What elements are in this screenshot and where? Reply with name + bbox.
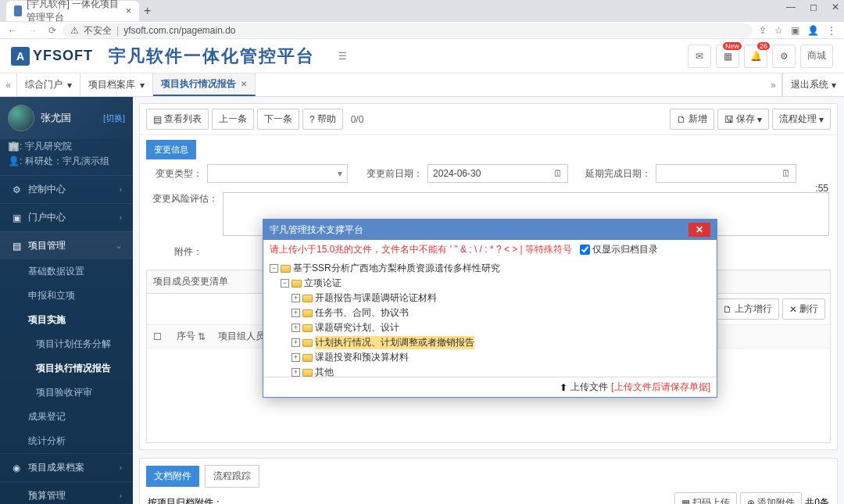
avatar[interactable] — [8, 105, 34, 131]
upload-file-link[interactable]: 上传文件 — [570, 381, 608, 394]
browser-tab[interactable]: [宇凡软件] 一体化项目管理平台 × — [6, 1, 139, 21]
tab-flow-track[interactable]: 流程跟踪 — [205, 465, 259, 488]
calendar-button[interactable]: ▦New — [716, 45, 739, 68]
tree-node[interactable]: +课题投资和预决算材料 — [270, 350, 710, 365]
close-icon[interactable]: ✕ — [241, 80, 247, 88]
finish-date-input[interactable]: 🗓 — [656, 164, 796, 183]
tab-doc-attach[interactable]: 文档附件 — [146, 466, 199, 487]
notification-button[interactable]: 🔔26 — [744, 45, 767, 68]
tree-node[interactable]: +其他 — [270, 365, 710, 377]
delete-row-button[interactable]: ✕ 删行 — [782, 298, 825, 320]
expand-icon[interactable]: + — [291, 368, 300, 377]
sidebar-item-accept[interactable]: 项目验收评审 — [0, 381, 133, 405]
close-icon[interactable]: × — [126, 5, 131, 16]
expand-icon[interactable]: + — [291, 323, 300, 332]
next-button[interactable]: 下一条 — [257, 109, 299, 130]
menu-icon[interactable]: ⋮ — [827, 25, 836, 36]
sidebar-item-stats[interactable]: 统计分析 — [0, 429, 133, 453]
date-before-input[interactable]: 2024-06-30🗓 — [427, 164, 568, 183]
sidebar-item-project[interactable]: ▤项目管理⌄ — [0, 231, 133, 259]
new-badge: New — [723, 42, 742, 50]
settings-button[interactable]: ⚙ — [772, 45, 796, 68]
tab-archive[interactable]: 项目档案库▾ — [80, 73, 153, 96]
maximize-icon[interactable]: ◻ — [810, 2, 817, 13]
extension-icon[interactable]: ▣ — [791, 25, 799, 36]
url-input[interactable]: ⚠ 不安全 | yfsoft.com.cn/pagemain.do — [63, 23, 753, 38]
reload-icon[interactable]: ⟳ — [48, 25, 56, 36]
chevron-right-icon: › — [120, 185, 122, 194]
tabs-scroll-right[interactable]: » — [765, 73, 782, 96]
switch-user[interactable]: [切换] — [103, 113, 125, 124]
expand-icon[interactable]: + — [291, 353, 300, 362]
minimize-icon[interactable]: — — [786, 2, 796, 13]
prev-button[interactable]: 上一条 — [212, 109, 254, 130]
calendar-icon: ▦ — [724, 51, 732, 62]
new-tab-button[interactable]: + — [144, 4, 151, 18]
sidebar-item-archive[interactable]: ◉项目成果档案› — [0, 453, 133, 481]
change-type-select[interactable]: ▾ — [207, 164, 348, 183]
grid-icon: ▣ — [11, 213, 22, 223]
mall-button[interactable]: 商城 — [800, 45, 833, 68]
profile-icon[interactable]: 👤 — [807, 25, 819, 36]
tree-node[interactable]: +课题研究计划、设计 — [270, 320, 710, 335]
message-button[interactable]: ✉ — [688, 45, 711, 68]
sidebar-item-exec-report[interactable]: 项目执行情况报告 — [0, 356, 133, 381]
col-seq[interactable]: 序号 ⇅ — [170, 325, 212, 348]
gear-icon: ⚙ — [780, 51, 789, 62]
back-icon[interactable]: ← — [8, 25, 17, 36]
sidebar-item-budget[interactable]: 预算管理› — [0, 481, 133, 504]
label-change-type: 变更类型： — [148, 167, 202, 181]
save-button[interactable]: 🖫 保存 ▾ — [717, 109, 769, 130]
logo-mark-icon: A — [11, 47, 30, 66]
sidebar-item-implement[interactable]: 项目实施 — [0, 308, 133, 332]
sidebar-item-portal[interactable]: ▣门户中心› — [0, 203, 133, 231]
exit-system[interactable]: 退出系统▾ — [782, 73, 844, 96]
browser-tab-bar: [宇凡软件] 一体化项目管理平台 × + — ◻ ✕ — [0, 0, 844, 22]
share-icon[interactable]: ⇪ — [759, 25, 767, 36]
form-tab-change[interactable]: 变更信息 — [146, 140, 196, 159]
upload-warning: [上传文件后请保存单据] — [611, 381, 710, 394]
folder-icon — [281, 265, 291, 273]
folder-tree: −基于SSR分析广西地方梨种质资源遗传多样性研究 −立项论证 +开题报告与课题调… — [263, 259, 717, 377]
window-controls: — ◻ ✕ — [786, 2, 839, 13]
sidebar-item-control[interactable]: ⚙控制中心› — [0, 175, 133, 203]
tree-root[interactable]: −基于SSR分析广西地方梨种质资源遗传多样性研究 — [270, 261, 710, 276]
tree-node[interactable]: +开题报告与课题调研论证材料 — [270, 291, 710, 306]
scan-upload-button[interactable]: ▦ 扫码上传 — [674, 492, 737, 504]
label-risk: 变更风险评估： — [148, 192, 218, 206]
folder-icon — [302, 369, 313, 377]
add-row-button[interactable]: 🗋 上方增行 — [716, 298, 779, 320]
tree-node[interactable]: +任务书、合同、协议书 — [270, 306, 710, 320]
menu-toggle-icon[interactable]: ☰ — [338, 51, 347, 62]
close-window-icon[interactable]: ✕ — [831, 2, 839, 13]
help-button[interactable]: ? 帮助 — [302, 109, 343, 130]
calendar-icon: 🗓 — [553, 168, 563, 179]
sidebar-item-plan-task[interactable]: 项目计划任务分解 — [0, 332, 133, 356]
forward-icon[interactable]: → — [28, 25, 38, 36]
sidebar-item-result[interactable]: 成果登记 — [0, 405, 133, 429]
modal-title-bar[interactable]: 宇凡管理技术支撑平台 ✕ — [263, 220, 717, 240]
tab-report[interactable]: 项目执行情况报告✕ — [153, 73, 256, 96]
logo[interactable]: A YFSOFT — [11, 47, 93, 66]
sidebar-item-apply[interactable]: 申报和立项 — [0, 284, 133, 308]
collapse-icon[interactable]: − — [270, 264, 278, 273]
tabs-scroll-left[interactable]: « — [0, 73, 17, 96]
user-block: 张尤国 [切换] — [0, 97, 133, 139]
col-checkbox[interactable]: ☐ — [147, 325, 170, 348]
expand-icon[interactable]: + — [291, 309, 300, 317]
message-icon: ✉ — [696, 51, 703, 62]
collapse-icon[interactable]: − — [281, 279, 289, 288]
tree-node-selected[interactable]: +计划执行情况、计划调整或者撤销报告 — [270, 335, 710, 350]
workflow-button[interactable]: 流程处理 ▾ — [772, 109, 831, 130]
tree-node[interactable]: −立项论证 — [270, 276, 710, 291]
list-button[interactable]: ▤ 查看列表 — [146, 109, 209, 130]
add-attach-button[interactable]: ⊕ 添加附件 — [740, 492, 802, 504]
expand-icon[interactable]: + — [291, 338, 300, 347]
show-archive-checkbox[interactable]: 仅显示归档目录 — [580, 243, 658, 256]
sidebar-item-basedata[interactable]: 基础数据设置 — [0, 259, 133, 284]
tab-portal[interactable]: 综合门户▾ — [17, 73, 80, 96]
expand-icon[interactable]: + — [291, 294, 300, 302]
add-button[interactable]: 🗋 新增 — [670, 109, 714, 130]
star-icon[interactable]: ☆ — [774, 25, 783, 36]
modal-close-button[interactable]: ✕ — [688, 223, 710, 237]
